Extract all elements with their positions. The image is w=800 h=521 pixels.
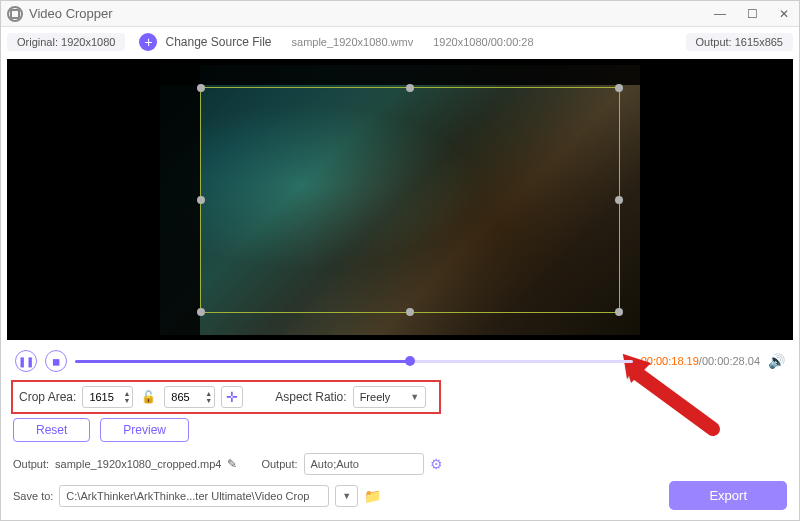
stop-button[interactable]: ◼ xyxy=(45,350,67,372)
crop-handle-br[interactable] xyxy=(615,308,623,316)
window-title: Video Cropper xyxy=(29,6,113,21)
reset-button[interactable]: Reset xyxy=(13,418,90,442)
crop-width-input[interactable]: ▲▼ xyxy=(82,386,133,408)
window-controls: — ☐ ✕ xyxy=(711,5,793,23)
crop-handle-bl[interactable] xyxy=(197,308,205,316)
height-spinner[interactable]: ▲▼ xyxy=(205,390,212,404)
crop-handle-tl[interactable] xyxy=(197,84,205,92)
crop-handle-bm[interactable] xyxy=(406,308,414,316)
chevron-down-icon: ▼ xyxy=(342,491,351,501)
output-dimensions: Output: 1615x865 xyxy=(686,33,793,51)
save-path-field[interactable]: C:\ArkThinker\ArkThinke...ter Ultimate\V… xyxy=(59,485,329,507)
plus-icon[interactable]: + xyxy=(139,33,157,51)
info-bar: Original: 1920x1080 + Change Source File… xyxy=(1,27,799,57)
save-path-value: C:\ArkThinker\ArkThinke...ter Ultimate\V… xyxy=(66,490,309,502)
crop-width-field[interactable] xyxy=(89,391,123,403)
app-window: Video Cropper — ☐ ✕ Original: 1920x1080 … xyxy=(0,0,800,521)
volume-icon[interactable]: 🔊 xyxy=(768,353,785,369)
crop-height-field[interactable] xyxy=(171,391,205,403)
save-row: Save to: C:\ArkThinker\ArkThinke...ter U… xyxy=(1,478,799,520)
crop-handle-tr[interactable] xyxy=(615,84,623,92)
seek-thumb[interactable] xyxy=(405,356,415,366)
crop-rectangle[interactable] xyxy=(200,87,620,313)
source-filename: sample_1920x1080.wmv xyxy=(292,36,414,48)
edit-filename-icon[interactable]: ✎ xyxy=(227,457,237,471)
playback-controls: ❚❚ ◼ 00:00:18.19/00:00:28.04 🔊 xyxy=(1,342,799,380)
change-source-button[interactable]: Change Source File xyxy=(165,35,271,49)
total-time: /00:00:28.04 xyxy=(699,355,760,367)
width-spinner[interactable]: ▲▼ xyxy=(123,390,130,404)
output-settings-label: Output: xyxy=(261,458,297,470)
current-time: 00:00:18.19 xyxy=(641,355,699,367)
close-button[interactable]: ✕ xyxy=(775,5,793,23)
seek-bar[interactable] xyxy=(75,360,633,363)
preview-button[interactable]: Preview xyxy=(100,418,189,442)
save-to-label: Save to: xyxy=(13,490,53,502)
crop-handle-ml[interactable] xyxy=(197,196,205,204)
action-buttons: Reset Preview xyxy=(1,414,799,450)
aspect-ratio-select[interactable]: Freely ▼ xyxy=(353,386,426,408)
save-path-dropdown[interactable]: ▼ xyxy=(335,485,358,507)
open-folder-icon[interactable]: 📁 xyxy=(364,488,381,504)
crop-handle-mr[interactable] xyxy=(615,196,623,204)
time-display: 00:00:18.19/00:00:28.04 xyxy=(641,355,760,367)
gear-icon[interactable]: ⚙ xyxy=(430,456,443,472)
preview-area xyxy=(7,59,793,340)
source-dimensions-duration: 1920x1080/00:00:28 xyxy=(433,36,533,48)
minimize-button[interactable]: — xyxy=(711,5,729,23)
output-filename: sample_1920x1080_cropped.mp4 xyxy=(55,458,221,470)
pause-button[interactable]: ❚❚ xyxy=(15,350,37,372)
video-frame[interactable] xyxy=(160,65,640,335)
output-row: Output: sample_1920x1080_cropped.mp4 ✎ O… xyxy=(1,450,799,478)
lock-aspect-icon[interactable]: 🔓 xyxy=(139,390,158,404)
crop-handle-tm[interactable] xyxy=(406,84,414,92)
crop-settings-panel: Crop Area: ▲▼ 🔓 ▲▼ ✛ Aspect Ratio: Freel… xyxy=(11,380,441,414)
titlebar: Video Cropper — ☐ ✕ xyxy=(1,1,799,27)
export-button[interactable]: Export xyxy=(669,481,787,510)
aspect-ratio-label: Aspect Ratio: xyxy=(275,390,346,404)
center-crop-icon[interactable]: ✛ xyxy=(221,386,243,408)
original-dimensions: Original: 1920x1080 xyxy=(7,33,125,51)
crop-area-label: Crop Area: xyxy=(19,390,76,404)
chevron-down-icon: ▼ xyxy=(410,392,419,402)
app-icon xyxy=(7,6,23,22)
aspect-ratio-value: Freely xyxy=(360,391,391,403)
output-label: Output: xyxy=(13,458,49,470)
maximize-button[interactable]: ☐ xyxy=(743,5,761,23)
output-settings-value: Auto;Auto xyxy=(311,458,359,470)
output-settings-field[interactable]: Auto;Auto xyxy=(304,453,424,475)
crop-height-input[interactable]: ▲▼ xyxy=(164,386,215,408)
